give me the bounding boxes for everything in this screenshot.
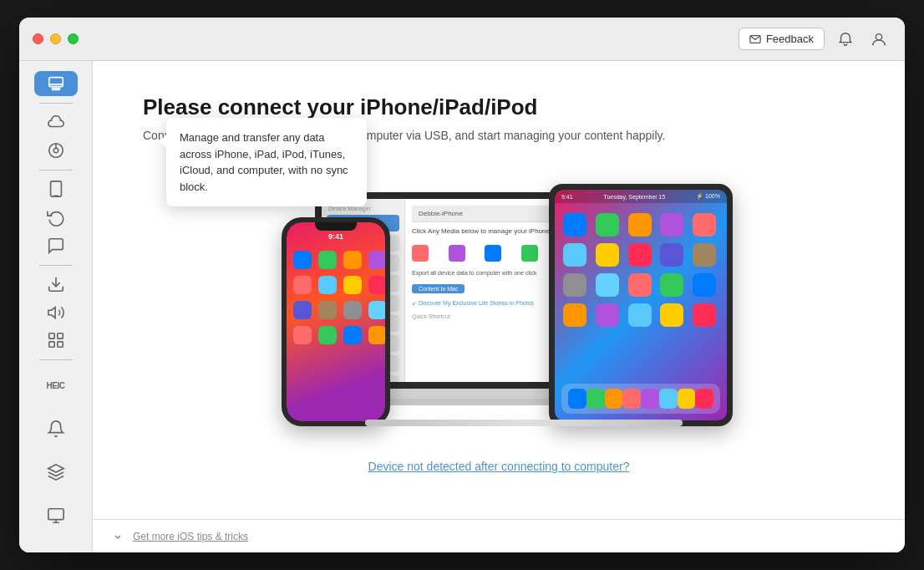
page-title: Please connect your iPhone/iPad/iPod	[126, 94, 537, 120]
download-icon	[47, 275, 65, 293]
appstore-icon	[47, 463, 65, 481]
svg-rect-14	[48, 342, 53, 347]
usb-cable	[365, 420, 683, 426]
sidebar-item-social-messages[interactable]	[34, 233, 78, 258]
titlebar-right: Feedback	[739, 27, 891, 52]
cloud-icon	[47, 113, 65, 131]
svg-point-1	[876, 33, 881, 39]
phone-switcher-icon	[47, 180, 65, 198]
sidebar-item-media-downloader[interactable]	[34, 272, 78, 297]
sidebar-item-itunes-manager[interactable]	[34, 138, 78, 163]
divider-2	[39, 170, 73, 170]
sidebar-item-phone-switcher[interactable]	[34, 176, 78, 201]
sidebar: HEIC	[19, 61, 93, 552]
traffic-lights	[33, 33, 79, 44]
close-button[interactable]	[33, 33, 43, 44]
svg-rect-13	[57, 333, 62, 338]
sidebar-item-backup-manager[interactable]	[34, 205, 78, 230]
sidebar-item-device-manager[interactable]	[34, 71, 78, 96]
mail-icon	[749, 33, 761, 45]
ipad-icons	[555, 203, 727, 337]
svg-marker-11	[48, 307, 54, 318]
music-icon	[47, 141, 65, 160]
notification-icon[interactable]	[833, 27, 858, 52]
sidebar-item-screen-capture[interactable]	[34, 497, 78, 534]
svg-rect-3	[52, 88, 59, 89]
sidebar-item-cloud-manager[interactable]	[34, 109, 78, 135]
ringtone-icon	[47, 303, 65, 322]
iphone-icons	[287, 242, 385, 353]
minimize-button[interactable]	[50, 33, 61, 44]
user-icon[interactable]	[866, 27, 891, 52]
heic-label: HEIC	[47, 381, 65, 390]
maximize-button[interactable]	[68, 33, 79, 44]
sidebar-item-ringtone-maker[interactable]	[34, 300, 78, 325]
svg-rect-16	[48, 509, 63, 520]
ipad-status-bar: 9:41 Tuesday, September 15 ⚡ 100%	[555, 190, 727, 203]
svg-rect-15	[57, 342, 62, 347]
divider-3	[39, 265, 73, 266]
feedback-button[interactable]: Feedback	[739, 28, 825, 50]
iphone: 9:41	[282, 217, 390, 426]
svg-rect-12	[48, 333, 53, 338]
svg-rect-8	[50, 181, 61, 196]
sidebar-item-notification[interactable]	[34, 410, 78, 447]
app-window: Feedback	[19, 18, 905, 552]
sidebar-item-heic[interactable]: HEIC	[34, 367, 78, 404]
ipad: 9:41 Tuesday, September 15 ⚡ 100%	[549, 184, 733, 426]
feedback-label: Feedback	[766, 33, 814, 45]
iphone-notch	[315, 222, 357, 231]
divider-4	[39, 359, 73, 360]
divider-1	[39, 103, 73, 104]
expand-arrow[interactable]	[109, 528, 126, 545]
device-not-detected-link[interactable]: Device not detected after connecting to …	[368, 460, 630, 473]
iphone-screen: 9:41	[287, 222, 385, 421]
app-downloader-icon	[47, 331, 65, 349]
device-manager-icon	[47, 74, 65, 93]
device-illustration: Device Manager Device Manager Cloud Mana…	[265, 167, 733, 435]
device-illustration-container: Device Manager Device Manager Cloud Mana…	[126, 167, 871, 435]
tooltip-text: Manage and transfer any data across iPho…	[180, 131, 348, 193]
bottom-bar: Get more iOS tips & tricks	[93, 519, 905, 552]
ipad-screen: 9:41 Tuesday, September 15 ⚡ 100%	[555, 190, 727, 420]
sidebar-item-appstore[interactable]	[34, 454, 78, 491]
bell-icon	[47, 420, 65, 438]
ios-tips-link[interactable]: Get more iOS tips & tricks	[133, 531, 248, 542]
main-area: HEIC	[19, 61, 905, 552]
ipad-dock	[561, 384, 720, 414]
svg-point-6	[53, 148, 58, 153]
sidebar-bottom: HEIC	[34, 365, 78, 544]
titlebar: Feedback	[19, 18, 905, 61]
svg-rect-2	[48, 78, 63, 87]
screen-capture-icon	[47, 506, 65, 525]
messages-icon	[47, 237, 65, 255]
content-area: Manage and transfer any data across iPho…	[93, 61, 905, 552]
backup-icon	[47, 208, 65, 226]
tooltip-popup: Manage and transfer any data across iPho…	[166, 118, 367, 206]
sidebar-item-app-downloader[interactable]	[34, 328, 78, 354]
